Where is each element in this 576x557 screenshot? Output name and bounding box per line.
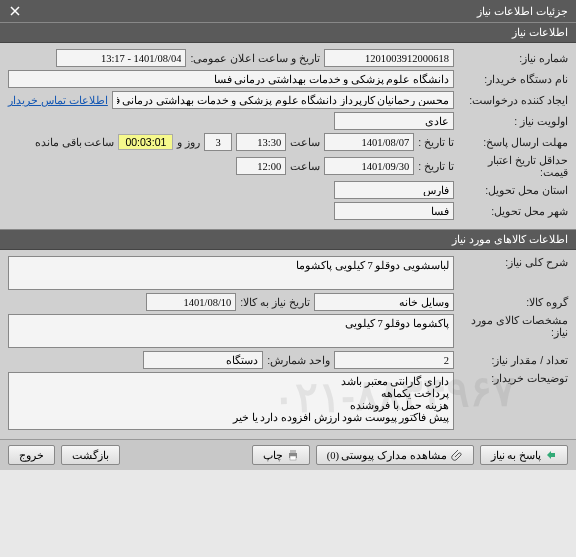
need-date-label: تاریخ نیاز به کالا: [240, 296, 310, 308]
buyer-label: نام دستگاه خریدار: [458, 73, 568, 85]
spec-field [8, 314, 454, 348]
need-info-form: شماره نیاز: تاریخ و ساعت اعلان عمومی: نا… [0, 43, 576, 229]
section-header-need-info: اطلاعات نیاز [0, 22, 576, 43]
announce-label: تاریخ و ساعت اعلان عمومی: [190, 52, 320, 64]
need-number-field [324, 49, 454, 67]
deadline-label: مهلت ارسال پاسخ: [458, 136, 568, 148]
notes-field [8, 372, 454, 430]
province-label: استان محل تحویل: [458, 184, 568, 196]
window-title: جزئیات اطلاعات نیاز [477, 5, 568, 18]
print-button-label: چاپ [263, 449, 283, 461]
need-date-field [146, 293, 236, 311]
priority-field [334, 112, 454, 130]
buyer-field [8, 70, 454, 88]
exit-button[interactable]: خروج [8, 445, 55, 465]
paperclip-icon [451, 449, 463, 461]
attachments-button[interactable]: مشاهده مدارک پیوستی (0) [316, 445, 474, 465]
validity-time-field [236, 157, 286, 175]
days-field [204, 133, 232, 151]
reply-button-label: پاسخ به نیاز [491, 449, 541, 461]
group-field [314, 293, 454, 311]
unit-label: واحد شمارش: [267, 354, 330, 366]
desc-label: شرح کلی نیاز: [458, 256, 568, 268]
deadline-date-field [324, 133, 414, 151]
close-icon[interactable] [8, 4, 22, 18]
countdown-timer: 00:03:01 [118, 134, 173, 150]
time-label-1: ساعت [290, 136, 320, 148]
button-bar: پاسخ به نیاز مشاهده مدارک پیوستی (0) چاپ… [0, 439, 576, 470]
reply-icon [545, 449, 557, 461]
reply-button[interactable]: پاسخ به نیاز [480, 445, 568, 465]
desc-field [8, 256, 454, 290]
province-field [334, 181, 454, 199]
group-label: گروه کالا: [458, 296, 568, 308]
back-button[interactable]: بازگشت [61, 445, 120, 465]
notes-label: توضیحات خریدار: [458, 372, 568, 384]
city-label: شهر محل تحویل: [458, 205, 568, 217]
goods-form: شرح کلی نیاز: گروه کالا: تاریخ نیاز به ک… [0, 250, 576, 439]
creator-field [112, 91, 454, 109]
announce-field [56, 49, 186, 67]
validity-label: حداقل تاریخ اعتبار قیمت: [458, 154, 568, 178]
days-label: روز و [177, 136, 200, 148]
section-header-goods: اطلاعات کالاهای مورد نیاز [0, 229, 576, 250]
qty-label: تعداد / مقدار نیاز: [458, 354, 568, 366]
need-number-label: شماره نیاز: [458, 52, 568, 64]
window-titlebar: جزئیات اطلاعات نیاز [0, 0, 576, 22]
contact-link[interactable]: اطلاعات تماس خریدار [8, 94, 108, 106]
deadline-time-field [236, 133, 286, 151]
to-date-label-2: تا تاریخ : [418, 160, 454, 172]
priority-label: اولویت نیاز : [458, 115, 568, 127]
creator-label: ایجاد کننده درخواست: [458, 94, 568, 106]
exit-button-label: خروج [19, 449, 44, 461]
city-field [334, 202, 454, 220]
qty-field [334, 351, 454, 369]
spec-label: مشخصات کالای مورد نیاز: [458, 314, 568, 338]
time-label-2: ساعت [290, 160, 320, 172]
unit-field [143, 351, 263, 369]
svg-rect-2 [290, 456, 296, 460]
svg-rect-1 [290, 450, 296, 453]
to-date-label-1: تا تاریخ : [418, 136, 454, 148]
validity-date-field [324, 157, 414, 175]
remain-label: ساعت باقی مانده [35, 136, 115, 148]
back-button-label: بازگشت [72, 449, 109, 461]
attachments-button-label: مشاهده مدارک پیوستی (0) [327, 449, 447, 461]
print-button[interactable]: چاپ [252, 445, 310, 465]
print-icon [287, 449, 299, 461]
